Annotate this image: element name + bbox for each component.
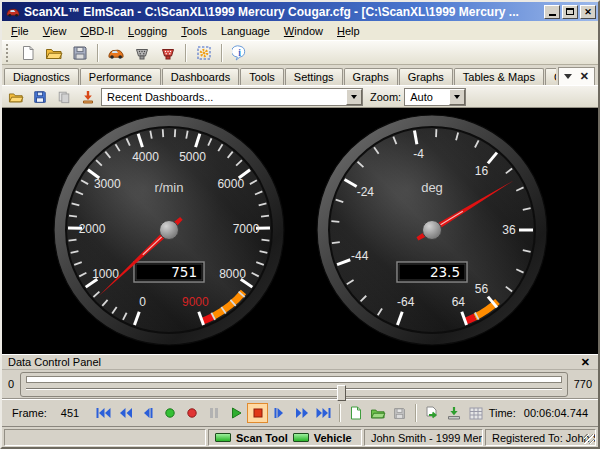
- maximize-button[interactable]: [562, 5, 578, 19]
- recent-dashboards-combo[interactable]: Recent Dashboards...: [101, 88, 363, 106]
- skip-end-icon: [316, 407, 331, 419]
- close-button[interactable]: ✕: [580, 5, 596, 19]
- step-forward-icon: [273, 407, 286, 419]
- monitor-icon: [164, 407, 176, 419]
- menu-help[interactable]: Help: [330, 23, 367, 39]
- stop-button[interactable]: [247, 403, 268, 423]
- connect-button[interactable]: [155, 42, 180, 64]
- resize-grip[interactable]: [584, 434, 594, 444]
- tachometer-scale-label: 1000: [92, 267, 119, 281]
- play-button[interactable]: [225, 403, 246, 423]
- tachometer-scale-label: 6000: [217, 177, 244, 191]
- tab-graphs[interactable]: Graphs: [545, 68, 556, 85]
- open-log-button[interactable]: [367, 403, 388, 423]
- tab-graphs[interactable]: Graphs: [344, 68, 398, 85]
- tab-strip: DiagnosticsPerformanceDashboardsToolsSet…: [2, 65, 598, 86]
- record-button[interactable]: [181, 403, 202, 423]
- registered-text: Registered To: John Sr: [492, 432, 596, 444]
- minimize-icon: [549, 14, 556, 16]
- import-log-button[interactable]: [443, 403, 464, 423]
- transport-separator: [339, 404, 340, 422]
- tachometer-unit-label: r/min: [155, 180, 184, 195]
- buffer-track: [26, 376, 562, 383]
- data-control-panel-header[interactable]: Data Control Panel ✕: [2, 354, 598, 370]
- dashboard-designer-button[interactable]: [191, 42, 216, 64]
- timing-scale-label: 64: [452, 295, 466, 309]
- chevron-down-icon: [351, 95, 357, 99]
- fast-forward-button[interactable]: [291, 403, 312, 423]
- open-dashboard-button[interactable]: [5, 87, 26, 107]
- monitor-button[interactable]: [159, 403, 180, 423]
- scan-tool-led: [215, 433, 231, 442]
- menu-file[interactable]: File: [4, 23, 36, 39]
- step-back-button[interactable]: [137, 403, 158, 423]
- slider-track[interactable]: [26, 388, 562, 390]
- convert-log-button[interactable]: [421, 403, 442, 423]
- slider-thumb[interactable]: [337, 385, 346, 401]
- tachometer-scale-label: 9000: [182, 295, 209, 309]
- menu-obd-ii[interactable]: OBD-II: [73, 23, 121, 39]
- menu-window[interactable]: Window: [277, 23, 330, 39]
- tab-list-button[interactable]: [564, 74, 572, 79]
- new-log-button[interactable]: [345, 403, 366, 423]
- toolbar-drag-handle[interactable]: [6, 44, 10, 62]
- tachometer-hub: [160, 221, 179, 240]
- tab-settings[interactable]: Settings: [285, 68, 343, 85]
- rewind-icon: [119, 407, 133, 419]
- info-button[interactable]: i: [227, 42, 252, 64]
- menu-language[interactable]: Language: [214, 23, 277, 39]
- tab-dashboards[interactable]: Dashboards: [162, 68, 239, 85]
- recent-dashboards-dropdown-button[interactable]: [346, 89, 362, 105]
- copy-dashboard-button[interactable]: [53, 87, 74, 107]
- menu-logging[interactable]: Logging: [121, 23, 174, 39]
- tab-tools[interactable]: Tools: [240, 68, 284, 85]
- open-config-button[interactable]: [41, 42, 66, 64]
- data-control-panel-body: 0 770: [2, 370, 598, 399]
- rewind-button[interactable]: [115, 403, 136, 423]
- disconnect-button[interactable]: [129, 42, 154, 64]
- tachometer-scale-label: 5000: [179, 150, 206, 164]
- chevron-down-icon: [564, 74, 572, 79]
- step-forward-button[interactable]: [269, 403, 290, 423]
- save-log-icon: [393, 407, 406, 420]
- zoom-dropdown-button[interactable]: [449, 89, 465, 105]
- save-config-button[interactable]: [67, 42, 92, 64]
- new-config-icon: [20, 45, 36, 61]
- tab-close-button[interactable]: ✕: [580, 71, 589, 82]
- pause-icon: [208, 407, 220, 419]
- skip-start-button[interactable]: [93, 403, 114, 423]
- menu-tools[interactable]: Tools: [174, 23, 214, 39]
- save-log-button[interactable]: [389, 403, 410, 423]
- tab-tables-maps[interactable]: Tables & Maps: [454, 68, 544, 85]
- timing-unit-label: deg: [421, 180, 443, 195]
- save-dashboard-button[interactable]: [29, 87, 50, 107]
- data-control-panel-close-button[interactable]: ✕: [579, 357, 592, 368]
- recent-dashboards-value: Recent Dashboards...: [102, 91, 346, 103]
- tachometer-scale-label: 3000: [94, 177, 121, 191]
- convert-log-icon: [425, 406, 439, 420]
- status-bar: Scan Tool Vehicle John Smith - 1999 Merc…: [2, 427, 598, 447]
- load-dashboard-button[interactable]: [77, 87, 98, 107]
- playback-slider[interactable]: [20, 372, 568, 397]
- scan-tool-label: Scan Tool: [236, 432, 288, 444]
- tab-diagnostics[interactable]: Diagnostics: [4, 68, 79, 85]
- vehicle-button[interactable]: [103, 42, 128, 64]
- skip-end-button[interactable]: [313, 403, 334, 423]
- tachometer-gauge: 0100020003000400050006000700080009000r/m…: [54, 115, 284, 345]
- minimize-button[interactable]: [544, 5, 560, 19]
- vehicle-led: [293, 433, 309, 442]
- zoom-combo[interactable]: Auto: [404, 88, 466, 106]
- timing-scale-label: 56: [475, 282, 489, 296]
- disconnect-icon: [134, 45, 150, 61]
- zoom-label: Zoom:: [370, 91, 401, 103]
- open-log-icon: [370, 407, 386, 420]
- new-config-button[interactable]: [15, 42, 40, 64]
- tab-performance[interactable]: Performance: [80, 68, 161, 85]
- maximize-icon: [566, 8, 574, 15]
- tab-graphs[interactable]: Graphs: [399, 68, 453, 85]
- view-data-button[interactable]: [465, 403, 486, 423]
- menu-view[interactable]: View: [36, 23, 74, 39]
- pause-button[interactable]: [203, 403, 224, 423]
- play-icon: [230, 407, 242, 419]
- open-dashboard-icon: [8, 90, 24, 104]
